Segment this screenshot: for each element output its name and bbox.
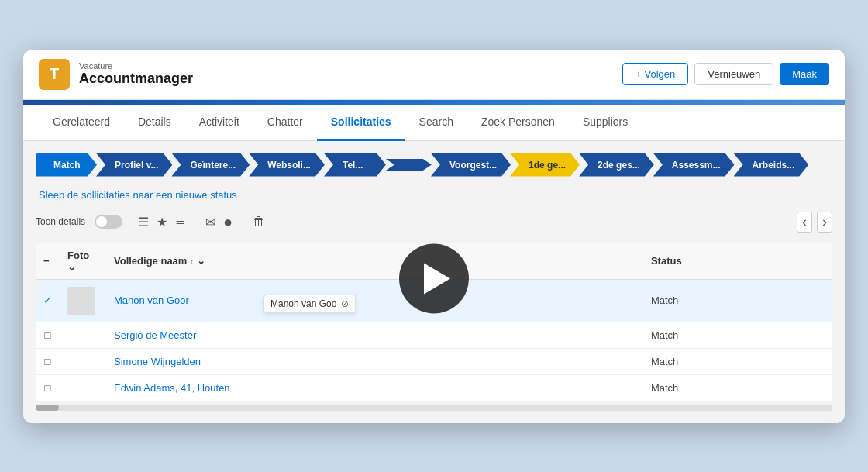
stage-empty[interactable] [385, 159, 432, 171]
browser-window: T Vacature Accountmanager + Volgen Verni… [23, 50, 845, 423]
header-title: Accountmanager [79, 71, 193, 86]
maak-button[interactable]: Maak [780, 63, 829, 85]
check-icon: ✓ [43, 295, 52, 306]
table-row: □ Simone Wijngelden Match [36, 348, 832, 374]
app-logo: T [39, 59, 70, 90]
row-photo [60, 322, 106, 348]
no-icon: ⊘ [341, 298, 349, 309]
photo-placeholder [67, 287, 95, 315]
stage-arbeids[interactable]: Arbeids... [734, 153, 809, 177]
table-row: □ Edwin Adams, 41, Houten Match [36, 374, 832, 401]
tab-chatter[interactable]: Chatter [253, 105, 317, 141]
row-checkbox[interactable]: □ [36, 348, 60, 374]
row-photo [60, 348, 106, 374]
name-link[interactable]: Sergio de Meester [114, 329, 196, 341]
stage-profiel[interactable]: Profiel v... [96, 153, 172, 177]
pipeline: Match Profiel v... Geïntere... Websoli..… [36, 153, 832, 177]
row-name: Edwin Adams, 41, Houten [106, 374, 643, 401]
tooltip-name: Manon van Goo [270, 298, 336, 309]
tab-search[interactable]: Search [405, 105, 467, 141]
table-row: □ Sergio de Meester Match [36, 322, 832, 348]
play-icon [424, 263, 450, 294]
stage-tel[interactable]: Tel... [324, 153, 386, 177]
toon-label: Toon details [36, 216, 85, 227]
toolbar: Toon details ☰ ★ ≣ ✉ ● 🗑 ‹ › [36, 208, 832, 236]
tab-suppliers[interactable]: Suppliers [569, 105, 642, 141]
row-checkbox[interactable]: □ [36, 322, 60, 348]
row-name: Manon van Goor [106, 279, 643, 322]
stage-websoli[interactable]: Websoli... [249, 153, 325, 177]
row-status: Match [643, 348, 832, 374]
th-checkbox: − [36, 243, 60, 280]
circle-icon[interactable]: ● [223, 213, 232, 231]
name-link[interactable]: Edwin Adams, 41, Houten [114, 382, 230, 394]
main-content: Match Profiel v... Geïntere... Websoli..… [23, 141, 845, 423]
minus-icon: − [43, 255, 50, 267]
drag-hint: Sleep de sollicitaties naar een nieuwe s… [36, 189, 832, 201]
name-tooltip: Manon van Goo ⊘ [264, 295, 356, 313]
stage-geintere[interactable]: Geïntere... [171, 153, 250, 177]
row-name: Simone Wijngelden [106, 348, 643, 374]
row-checkbox[interactable]: □ [36, 374, 60, 401]
app-header: T Vacature Accountmanager + Volgen Verni… [23, 50, 845, 100]
star-icon[interactable]: ★ [157, 215, 167, 229]
next-button[interactable]: › [817, 212, 832, 233]
sort-asc-icon: ↑ [190, 257, 194, 266]
scroll-bar[interactable] [36, 405, 832, 411]
row-status: Match [643, 374, 832, 401]
th-status: Status [643, 243, 832, 280]
stage-match[interactable]: Match [36, 153, 97, 177]
play-button[interactable] [399, 243, 469, 313]
name-link[interactable]: Simone Wijngelden [114, 356, 201, 367]
toolbar-nav: ‹ › [797, 212, 832, 233]
list-icon[interactable]: ☰ [138, 215, 149, 229]
name-link[interactable]: Manon van Goor [114, 295, 189, 306]
vernieuwen-button[interactable]: Vernieuwen [694, 63, 773, 85]
row-name: Sergio de Meester [106, 322, 643, 348]
header-title-block: Vacature Accountmanager [79, 61, 193, 87]
header-actions: + Volgen Vernieuwen Maak [622, 63, 829, 85]
row-photo [60, 374, 106, 401]
tab-sollicitaties[interactable]: Sollicitaties [317, 105, 405, 141]
stage-1de[interactable]: 1de ge... [510, 153, 580, 177]
tab-activiteit[interactable]: Activiteit [185, 105, 253, 141]
stage-voorgest[interactable]: Voorgest... [431, 153, 511, 177]
tab-zoek-personen[interactable]: Zoek Personen [467, 105, 569, 141]
trash-icon[interactable]: 🗑 [253, 215, 265, 229]
toolbar-icons: ☰ ★ ≣ ✉ ● 🗑 [138, 213, 265, 231]
naam-dropdown-icon[interactable]: ⌄ [197, 255, 205, 267]
stage-assessm[interactable]: Assessm... [653, 153, 735, 177]
email-icon[interactable]: ✉ [205, 215, 215, 229]
tab-gerelateerd[interactable]: Gerelateerd [39, 105, 124, 141]
prev-button[interactable]: ‹ [797, 212, 812, 233]
th-naam[interactable]: Volledige naam ↑ ⌄ [106, 243, 643, 280]
foto-dropdown-icon[interactable]: ⌄ [67, 261, 76, 273]
tab-details[interactable]: Details [124, 105, 185, 141]
follow-button[interactable]: + Volgen [622, 63, 688, 85]
toon-toggle[interactable] [95, 215, 122, 229]
header-left: T Vacature Accountmanager [39, 59, 193, 90]
row-status: Match [643, 279, 832, 322]
stage-2de[interactable]: 2de ges... [579, 153, 654, 177]
stack-icon[interactable]: ≣ [175, 215, 185, 229]
th-foto[interactable]: Foto ⌄ [60, 243, 106, 280]
header-label: Vacature [79, 61, 193, 71]
row-checkbox[interactable]: ✓ [36, 279, 60, 322]
scroll-thumb [36, 405, 59, 411]
row-status: Match [643, 322, 832, 348]
nav-tabs: Gerelateerd Details Activiteit Chatter S… [23, 105, 845, 141]
row-photo [60, 279, 106, 322]
